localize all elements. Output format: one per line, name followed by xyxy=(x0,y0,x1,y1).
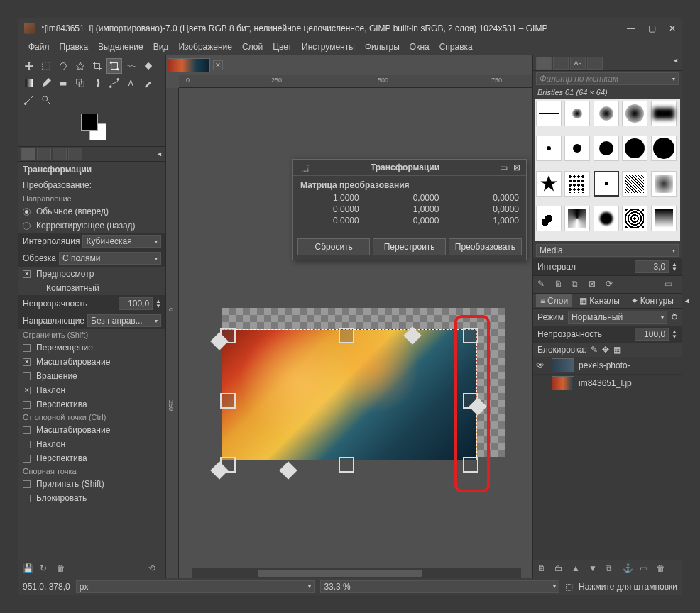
menu-windows[interactable]: Окна xyxy=(405,40,434,53)
chk-pivot-shear[interactable] xyxy=(23,441,31,448)
handle-s[interactable] xyxy=(339,457,354,473)
radio-corrective[interactable] xyxy=(23,222,31,230)
tab-paths[interactable]: ✦Контуры xyxy=(627,294,678,307)
canvas[interactable]: ⬚ Трансформации ▭ ⊠ Матрица преобразован… xyxy=(179,88,532,578)
menu-help[interactable]: Справка xyxy=(435,40,477,53)
dialog-close-icon[interactable]: ⊠ xyxy=(513,162,520,172)
brush-interval-field[interactable]: 3,0 xyxy=(635,260,669,273)
lock-position-icon[interactable]: ✥ xyxy=(602,345,609,355)
tool-path[interactable] xyxy=(106,75,122,91)
tool-measure[interactable] xyxy=(21,92,37,108)
tool-pencil[interactable] xyxy=(38,75,54,91)
tool-unified-transform[interactable] xyxy=(106,58,122,74)
ruler-vertical[interactable]: 0 250 xyxy=(166,88,179,578)
open-as-image-icon[interactable]: ▭ xyxy=(665,279,677,290)
handle-w[interactable] xyxy=(220,393,236,409)
mask-layer-icon[interactable]: ▭ xyxy=(640,563,652,575)
tool-bucket[interactable] xyxy=(141,58,156,74)
brush-item[interactable] xyxy=(622,206,647,231)
lower-layer-icon[interactable]: ▼ xyxy=(589,563,601,575)
tab-undo-history[interactable] xyxy=(53,148,67,160)
tool-crop[interactable] xyxy=(89,58,105,74)
chk-perspective[interactable] xyxy=(23,401,31,409)
menu-select[interactable]: Выделение xyxy=(94,40,148,53)
image-tab-close[interactable]: × xyxy=(213,60,223,70)
opacity-field[interactable]: 100,0 xyxy=(119,297,153,310)
menu-layer[interactable]: Слой xyxy=(238,40,267,53)
layer-opacity-stepper[interactable]: ▲▼ xyxy=(672,329,677,339)
layer-name[interactable]: im843651_l.jp xyxy=(579,378,632,388)
restore-preset-icon[interactable]: ↻ xyxy=(40,563,53,575)
brush-item[interactable] xyxy=(651,206,677,231)
image-tab[interactable]: × xyxy=(168,57,223,74)
clip-combo[interactable]: С полями▾ xyxy=(59,252,161,265)
brush-item[interactable] xyxy=(564,171,590,197)
tab-device-status[interactable] xyxy=(37,148,51,160)
ruler-horizontal[interactable]: 0 250 500 750 xyxy=(179,75,532,88)
brush-item[interactable] xyxy=(651,136,677,161)
brush-item-selected[interactable] xyxy=(594,171,619,197)
layer-item-0[interactable]: 👁 pexels-photo- xyxy=(533,357,682,375)
chk-scale[interactable]: ✕ xyxy=(23,358,31,366)
chk-rotate[interactable] xyxy=(23,372,31,380)
duplicate-layer-icon[interactable]: ⧉ xyxy=(606,563,618,575)
fg-color-swatch[interactable] xyxy=(81,114,98,131)
opacity-stepper[interactable]: ▲▼ xyxy=(155,299,161,309)
delete-preset-icon[interactable]: 🗑 xyxy=(57,563,70,575)
new-layer-icon[interactable]: 🗎 xyxy=(537,563,550,575)
handle-n[interactable] xyxy=(339,328,354,343)
brush-item[interactable] xyxy=(651,171,677,197)
tab-tool-options[interactable] xyxy=(21,148,35,160)
layer-item-1[interactable]: im843651_l.jp xyxy=(533,375,682,392)
transform-button[interactable]: Преобразовать xyxy=(449,238,522,255)
refresh-brush-icon[interactable]: ⟳ xyxy=(606,279,618,290)
transform-dialog[interactable]: ⬚ Трансформации ▭ ⊠ Матрица преобразован… xyxy=(292,159,527,260)
interp-combo[interactable]: Кубическая▾ xyxy=(82,235,161,248)
tool-warp[interactable] xyxy=(124,58,139,74)
menu-image[interactable]: Изображение xyxy=(174,40,236,53)
chk-pivot-scale[interactable] xyxy=(23,426,31,434)
delete-layer-icon[interactable]: 🗑 xyxy=(657,563,669,575)
radio-normal[interactable] xyxy=(23,208,31,216)
maximize-button[interactable]: ▢ xyxy=(648,23,656,33)
tool-fuzzy-select[interactable] xyxy=(72,58,88,74)
transform-target-path[interactable] xyxy=(126,180,138,191)
dock-menu-icon[interactable]: ◄ xyxy=(156,150,163,158)
new-brush-icon[interactable]: 🗎 xyxy=(554,279,567,290)
brush-item[interactable] xyxy=(564,136,590,161)
brush-grid[interactable] xyxy=(535,99,680,241)
lock-alpha-icon[interactable]: ▦ xyxy=(613,345,621,355)
chk-lock[interactable] xyxy=(23,495,31,502)
delete-brush-icon[interactable]: ⊠ xyxy=(589,279,601,290)
image-content[interactable] xyxy=(222,329,477,460)
tool-text[interactable]: A xyxy=(124,75,139,91)
raise-layer-icon[interactable]: ▲ xyxy=(572,563,584,575)
transform-target-selection[interactable] xyxy=(110,180,123,191)
layer-name[interactable]: pexels-photo- xyxy=(579,360,630,370)
brush-item[interactable] xyxy=(622,171,647,197)
chk-move[interactable] xyxy=(23,344,31,352)
menu-file[interactable]: Файл xyxy=(24,40,54,53)
tab-images[interactable] xyxy=(68,148,82,160)
canvas-hscroll[interactable] xyxy=(192,568,521,578)
brush-item[interactable] xyxy=(536,136,562,161)
color-indicator[interactable] xyxy=(78,114,106,140)
tab-fonts[interactable]: Aa xyxy=(570,57,586,70)
mode-switch-icon[interactable]: ⥁ xyxy=(672,312,677,322)
tab-history[interactable] xyxy=(587,57,603,70)
chk-composite[interactable] xyxy=(33,285,40,292)
dialog-detach-icon[interactable]: ▭ xyxy=(500,162,508,172)
brush-item[interactable] xyxy=(564,101,590,126)
tool-clone[interactable] xyxy=(72,75,88,91)
tool-color-picker[interactable] xyxy=(141,75,156,91)
menu-edit[interactable]: Правка xyxy=(55,40,93,53)
tab-brushes[interactable] xyxy=(536,57,552,70)
visibility-icon[interactable]: 👁 xyxy=(536,360,547,370)
menu-tools[interactable]: Инструменты xyxy=(297,40,359,53)
chk-preview[interactable]: ✕ xyxy=(23,270,31,278)
edit-brush-icon[interactable]: ✎ xyxy=(537,279,550,290)
tool-eraser[interactable] xyxy=(55,75,71,91)
brush-item[interactable] xyxy=(536,101,562,126)
save-preset-icon[interactable]: 💾 xyxy=(23,563,35,575)
chk-shear[interactable]: ✕ xyxy=(23,387,31,394)
